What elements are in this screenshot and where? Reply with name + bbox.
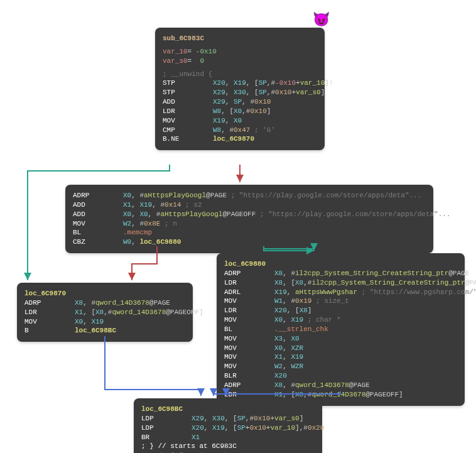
instruction: MOVX0, XZR — [224, 344, 457, 353]
instruction: MOVX3, X0 — [224, 334, 457, 344]
block-title: loc_6C9880 — [224, 260, 266, 268]
instruction: BL.memcmp — [73, 228, 426, 237]
unwind-comment: ; __unwind { — [163, 70, 317, 79]
block-title: loc_6C98BC — [141, 405, 183, 413]
instruction: B.NEloc_6C9870 — [163, 134, 317, 144]
instruction: ADRPX8, #qword_14D3678@PAGE — [224, 381, 457, 390]
instruction: LDPX20, X19, [SP+0x10+var_10],#0x20 — [141, 423, 315, 433]
block-title: sub_6C983C — [163, 35, 204, 42]
unwind-end: ; } // starts at 6C983C — [141, 442, 315, 451]
instruction: LDPX29, X30, [SP,#0x10+var_s0] — [141, 414, 315, 423]
instruction: STPX20, X19, [SP,#-0x10+var_10]! — [163, 79, 317, 88]
instruction: ADDX1, X19, #0x14 ; s2 — [73, 200, 426, 210]
instruction: ADRPX0, #aHttpsPlayGoogl@PAGE ; "https:/… — [73, 191, 426, 200]
instruction: LDRX8, [X8,#il2cpp_System_String_CreateS… — [224, 278, 457, 288]
instruction: MOVW2, WZR — [224, 362, 457, 371]
instruction: BLRX20 — [224, 371, 457, 381]
code-block-memcmp: ADRPX0, #aHttpsPlayGoogl@PAGE ; "https:/… — [65, 185, 433, 253]
instruction: LDRW8, [X0,#0x10] — [163, 107, 317, 116]
instruction: ADDX0, X0, #aHttpsPlayGoogl@PAGEOFF ; "h… — [73, 210, 426, 219]
instruction: LDRX20, [X8] — [224, 306, 457, 315]
instruction: CBZW0, loc_6C9880 — [73, 237, 426, 247]
instruction: BRX1 — [141, 433, 315, 442]
instruction: Bloc_6C98BC — [24, 326, 185, 336]
instruction: ADDX29, SP, #0x10 — [163, 97, 317, 107]
instruction: ADRLX19, aHttpsWwwPgshar ; "https://www.… — [224, 288, 457, 297]
instruction: MOVW1, #0x19 ; size_t — [224, 297, 457, 306]
instruction: ADRPX8, #qword_14D3678@PAGE — [24, 298, 185, 308]
instruction: MOVX1, X19 — [224, 352, 457, 362]
code-block-loc-6C9880: loc_6C9880 ADRPX8, #il2cpp_System_String… — [217, 253, 465, 406]
var-def: var_s0= 0 — [163, 57, 317, 66]
instruction: CMPW8, #0x47 ; 'G' — [163, 126, 317, 135]
var-def: var_10= -0x10 — [163, 47, 317, 57]
instruction: MOVX0, X19 ; char * — [224, 315, 457, 325]
instruction: BL.__strlen_chk — [224, 325, 457, 334]
devil-icon: 😈 — [313, 11, 330, 28]
instruction: LDRX1, [X8,#qword_14D3678@PAGEOFF] — [24, 308, 185, 317]
code-block-loc-6C9870: loc_6C9870 ADRPX8, #qword_14D3678@PAGELD… — [17, 283, 193, 342]
instruction: MOVX0, X19 — [24, 317, 185, 327]
instruction: MOVX19, X0 — [163, 116, 317, 126]
instruction: ADRPX8, #il2cpp_System_String_CreateStri… — [224, 269, 457, 278]
code-block-sub-6C983C: sub_6C983C var_10= -0x10var_s0= 0 ; __un… — [155, 28, 325, 150]
block-title: loc_6C9870 — [24, 290, 66, 297]
instruction: MOVW2, #0x8E ; n — [73, 219, 426, 229]
instruction: STPX29, X30, [SP,#0x10+var_s0] — [163, 88, 317, 97]
code-block-loc-6C98BC: loc_6C98BC LDPX29, X30, [SP,#0x10+var_s0… — [134, 398, 322, 453]
